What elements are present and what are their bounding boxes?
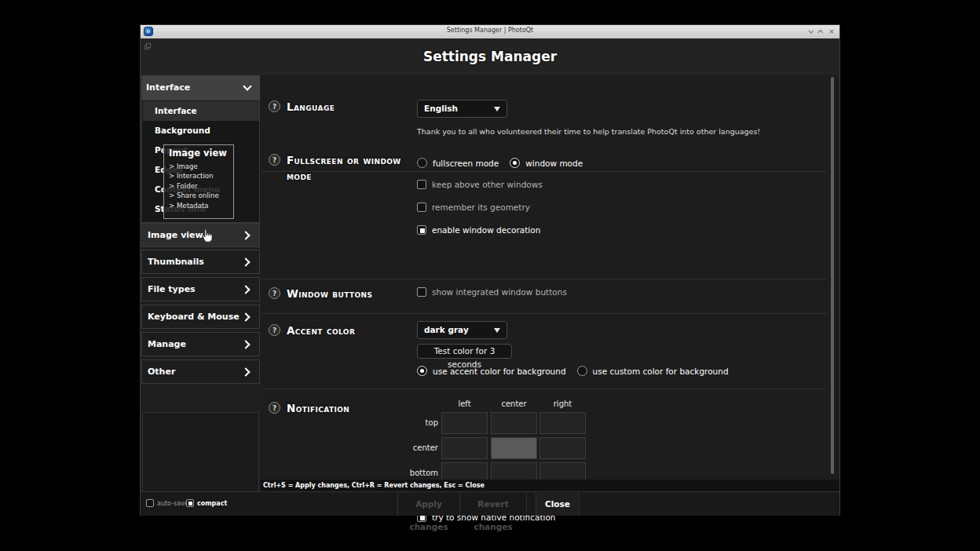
grid-row-top: top [395, 418, 438, 427]
grid-row-bottom: bottom [395, 469, 438, 477]
dropdown-arrow-icon [494, 328, 500, 333]
remember-geometry-checkbox[interactable] [417, 203, 426, 212]
sidebar: Interface Interface Background Popout Ed… [141, 75, 260, 491]
minimize-button[interactable] [805, 27, 814, 36]
revert-changes-button[interactable]: Revert changes [459, 493, 527, 516]
remember-geometry-label: remember its geometry [432, 203, 530, 212]
sidebar-item-background[interactable]: Background [143, 121, 259, 140]
chevron-right-icon [241, 312, 250, 321]
help-icon[interactable]: ? [269, 324, 280, 336]
titlebar[interactable]: Settings Manager | PhotoQt × [141, 25, 839, 38]
section-title-fullscreen: Fullscreen or window mode [287, 152, 420, 184]
sidebar-category-thumbnails[interactable]: Thumbnails [141, 250, 260, 274]
sidebar-category-label: Other [148, 367, 175, 377]
help-icon[interactable]: ? [269, 100, 280, 112]
language-dropdown-value: English [424, 104, 458, 113]
footer-bar: auto-save compact Apply changes Revert c… [141, 491, 839, 516]
compact-label: compact [197, 500, 227, 507]
main-panel: ? Language English Thank you to all who … [261, 75, 839, 491]
sidebar-category-label: File types [148, 284, 196, 294]
fullscreen-mode-label: fullscreen mode [433, 159, 499, 168]
section-title-accent-color: Accent color [287, 323, 355, 338]
chevron-right-icon [241, 367, 250, 376]
language-note: Thank you to all who volunteered their t… [417, 127, 760, 136]
language-dropdown[interactable]: English [417, 100, 507, 118]
image-view-tooltip: Image view > Image > Interaction > Folde… [163, 144, 234, 219]
tooltip-item: > Folder [169, 181, 233, 191]
window-title: Settings Manager | PhotoQt [141, 27, 839, 34]
close-button[interactable]: Close [536, 493, 580, 516]
integrated-window-buttons-checkbox[interactable] [417, 287, 426, 297]
section-title-notification: Notification [287, 400, 349, 416]
grid-row-center: center [395, 443, 438, 452]
sidebar-category-label: Interface [146, 82, 190, 93]
grid-col-center: center [491, 400, 537, 408]
tooltip-title: Image view [169, 148, 233, 159]
shortcut-hint-text: Ctrl+S = Apply changes, Ctrl+R = Revert … [263, 482, 485, 489]
dropdown-arrow-icon [494, 107, 500, 111]
section-title-language: Language [287, 99, 335, 115]
compact-checkbox[interactable] [186, 499, 194, 507]
test-color-button[interactable]: Test color for 3 seconds [417, 344, 512, 359]
tooltip-item: > Share online [169, 191, 233, 200]
notify-pos-center-left[interactable] [441, 437, 488, 459]
window-decoration-checkbox[interactable] [417, 225, 426, 235]
notify-pos-top-left[interactable] [441, 412, 488, 434]
accent-color-dropdown-value: dark gray [424, 325, 469, 334]
close-window-button[interactable]: × [827, 27, 836, 36]
keep-above-label: keep above other windows [432, 180, 543, 189]
help-icon[interactable]: ? [269, 287, 280, 299]
window-mode-radio[interactable] [510, 158, 520, 168]
accent-color-dropdown[interactable]: dark gray [417, 321, 507, 339]
page-title: Settings Manager [141, 49, 839, 64]
tooltip-item: > Metadata [169, 201, 233, 210]
apply-changes-button[interactable]: Apply changes [397, 493, 460, 516]
settings-window: Settings Manager | PhotoQt × Settings Ma… [140, 24, 840, 516]
hand-cursor-icon [201, 229, 212, 243]
sidebar-category-interface[interactable]: Interface [141, 75, 260, 100]
sidebar-category-label: Image view [148, 230, 203, 240]
chevron-right-icon [241, 285, 250, 294]
sidebar-item-interface[interactable]: Interface [143, 101, 259, 121]
help-icon[interactable]: ? [269, 402, 280, 414]
notify-pos-top-right[interactable] [539, 412, 586, 434]
tooltip-item: > Interaction [169, 171, 233, 181]
chevron-right-icon [241, 340, 250, 348]
custom-background-label: use custom color for background [593, 367, 729, 376]
auto-save-label: auto-save [157, 500, 188, 507]
window-mode-label: window mode [525, 159, 583, 168]
help-icon[interactable]: ? [269, 154, 280, 166]
custom-background-radio[interactable] [577, 366, 587, 376]
sidebar-category-manage[interactable]: Manage [141, 332, 260, 356]
notify-pos-center-right[interactable] [539, 437, 586, 459]
sidebar-category-keyboard-mouse[interactable]: Keyboard & Mouse [141, 305, 260, 329]
grid-col-right: right [539, 400, 586, 408]
vertical-scrollbar[interactable] [831, 77, 834, 474]
section-title-window-buttons: Window buttons [287, 286, 372, 301]
sidebar-category-label: Manage [148, 339, 186, 349]
grid-col-left: left [441, 400, 488, 408]
shortcut-hint-bar: Ctrl+S = Apply changes, Ctrl+R = Revert … [261, 480, 839, 491]
chevron-right-icon [241, 257, 250, 266]
accent-background-radio[interactable] [417, 366, 427, 376]
desktop: Settings Manager | PhotoQt × Settings Ma… [0, 0, 980, 551]
keep-above-checkbox[interactable] [417, 180, 426, 189]
notify-pos-top-center[interactable] [491, 412, 537, 434]
window-decoration-label: enable window decoration [432, 225, 540, 235]
header: Settings Manager [141, 38, 839, 75]
maximize-button[interactable] [816, 27, 825, 36]
accent-background-label: use accent color for background [433, 367, 566, 376]
sidebar-category-other[interactable]: Other [141, 359, 260, 384]
integrated-window-buttons-label: show integrated window buttons [432, 287, 567, 297]
notify-pos-center-center[interactable] [491, 437, 537, 459]
chevron-right-icon [241, 231, 250, 239]
chevron-down-icon [243, 82, 251, 90]
auto-save-checkbox[interactable] [146, 499, 154, 507]
sidebar-category-label: Thumbnails [148, 257, 204, 267]
sidebar-category-label: Keyboard & Mouse [148, 312, 240, 322]
tooltip-item: > Image [169, 162, 233, 171]
sidebar-empty-panel [142, 412, 259, 494]
sidebar-category-file-types[interactable]: File types [141, 277, 260, 301]
fullscreen-mode-radio[interactable] [417, 158, 427, 168]
